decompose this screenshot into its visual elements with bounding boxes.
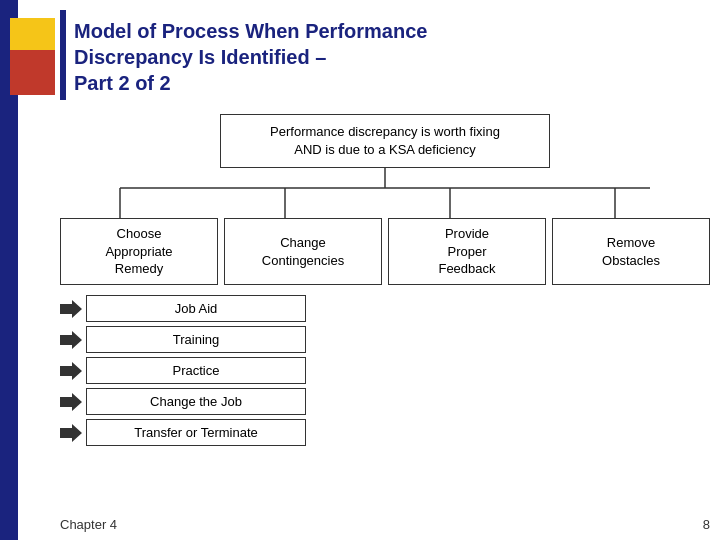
page-title: Model of Process When Performance Discre… <box>74 18 710 96</box>
sub-item-training: Training <box>86 326 306 353</box>
footer: Chapter 4 8 <box>60 517 710 532</box>
sub-item-row-3: Practice <box>60 357 710 384</box>
arrow-icon-4 <box>60 393 82 411</box>
svg-marker-8 <box>60 362 82 380</box>
arrow-icon-2 <box>60 331 82 349</box>
page-number: 8 <box>703 517 710 532</box>
col-remove-obstacles: Remove Obstacles <box>552 218 710 285</box>
chapter-label: Chapter 4 <box>60 517 117 532</box>
svg-marker-9 <box>60 393 82 411</box>
diagram-area: Performance discrepancy is worth fixing … <box>60 114 710 446</box>
sub-item-row-2: Training <box>60 326 710 353</box>
title-block: Model of Process When Performance Discre… <box>60 10 710 100</box>
col-choose-remedy: Choose Appropriate Remedy <box>60 218 218 285</box>
sub-items-list: Job Aid Training Practice Change the Job <box>60 295 710 446</box>
connector-svg <box>60 168 710 218</box>
top-box: Performance discrepancy is worth fixing … <box>220 114 550 168</box>
svg-marker-10 <box>60 424 82 442</box>
accent-red-square <box>10 50 55 95</box>
sub-item-transfer-terminate: Transfer or Terminate <box>86 419 306 446</box>
columns-row: Choose Appropriate Remedy Change Conting… <box>60 218 710 285</box>
sub-item-practice: Practice <box>86 357 306 384</box>
sub-item-row-5: Transfer or Terminate <box>60 419 710 446</box>
arrow-icon-1 <box>60 300 82 318</box>
sub-item-row-1: Job Aid <box>60 295 710 322</box>
sub-item-change-job: Change the Job <box>86 388 306 415</box>
arrow-icon-3 <box>60 362 82 380</box>
sub-item-job-aid: Job Aid <box>86 295 306 322</box>
arrow-icon-5 <box>60 424 82 442</box>
svg-marker-7 <box>60 331 82 349</box>
svg-marker-6 <box>60 300 82 318</box>
col-provide-feedback: Provide Proper Feedback <box>388 218 546 285</box>
col-change-contingencies: Change Contingencies <box>224 218 382 285</box>
sub-item-row-4: Change the Job <box>60 388 710 415</box>
